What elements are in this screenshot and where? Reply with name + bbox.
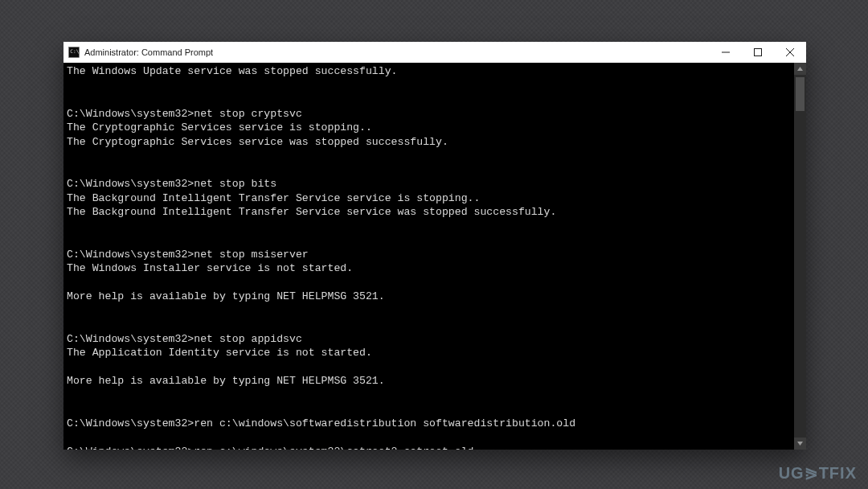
close-button[interactable]: [774, 42, 806, 63]
scroll-down-button[interactable]: [794, 438, 806, 450]
svg-line-4: [786, 48, 794, 56]
window-title: Administrator: Command Prompt: [84, 47, 213, 57]
minimize-button[interactable]: [710, 42, 742, 63]
svg-marker-7: [797, 442, 803, 446]
svg-line-5: [786, 48, 794, 56]
console-output[interactable]: The Windows Update service was stopped s…: [63, 63, 794, 450]
scroll-up-button[interactable]: [794, 63, 806, 75]
watermark-logo: UG⪘TFIX: [779, 463, 857, 483]
titlebar[interactable]: C:\ Administrator: Command Prompt: [63, 42, 806, 63]
command-prompt-window: C:\ Administrator: Command Prompt The Wi…: [63, 42, 806, 450]
svg-rect-3: [755, 49, 762, 56]
svg-marker-6: [797, 67, 803, 71]
vertical-scrollbar[interactable]: [794, 63, 806, 450]
maximize-button[interactable]: [742, 42, 774, 63]
cmd-icon: C:\: [68, 47, 80, 58]
svg-text:C:\: C:\: [70, 48, 79, 54]
scrollbar-thumb[interactable]: [796, 77, 805, 111]
console-area: The Windows Update service was stopped s…: [63, 63, 806, 450]
